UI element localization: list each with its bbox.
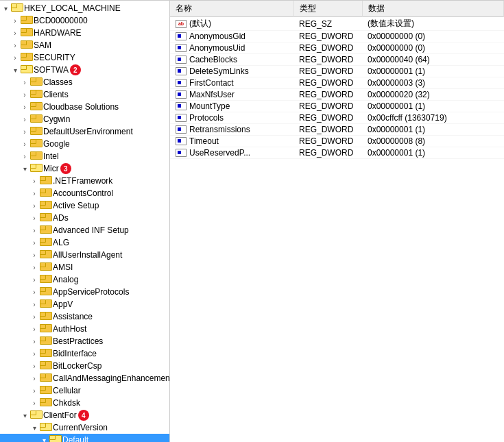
folder-icon bbox=[40, 373, 51, 384]
tree-item-software[interactable]: ▾SOFTWA2 bbox=[0, 64, 169, 76]
tree-item-cloudbase[interactable]: ›Cloudbase Solutions bbox=[0, 101, 169, 113]
tree-item-label: ClientFor bbox=[43, 410, 77, 420]
tree-item-bidinterface[interactable]: ›BidInterface bbox=[0, 347, 169, 360]
tree-item-accountscontrol[interactable]: ›AccountsControl bbox=[0, 187, 169, 199]
tree-item-callandmessaging[interactable]: ›CallAndMessagingEnhancement bbox=[0, 372, 169, 384]
tree-item-hardware[interactable]: ›HARDWARE bbox=[0, 27, 169, 39]
tree-item-assistance[interactable]: ›Assistance bbox=[0, 310, 169, 323]
cell-data: 0x00000000 (0) bbox=[362, 31, 504, 42]
reg-dword-icon bbox=[176, 44, 187, 52]
folder-icon bbox=[30, 90, 41, 100]
folder-icon bbox=[30, 164, 41, 174]
reg-dword-icon bbox=[176, 67, 187, 75]
tree-item-defaultuserenv[interactable]: ›DefaultUserEnvironment bbox=[0, 125, 169, 138]
tree-item-activesetup[interactable]: ›Active Setup bbox=[0, 199, 169, 212]
tree-item-label: Intel bbox=[43, 151, 59, 161]
table-row[interactable]: MaxNfsUserREG_DWORD0x00000020 (32) bbox=[170, 89, 504, 101]
tree-item-bcd[interactable]: ›BCD00000000 bbox=[0, 14, 169, 27]
table-row[interactable]: TimeoutREG_DWORD0x00000008 (8) bbox=[170, 136, 504, 147]
tree-item-authhost[interactable]: ›AuthHost bbox=[0, 323, 169, 335]
folder-icon bbox=[40, 312, 51, 322]
tree-item-bestpractices[interactable]: ›BestPractices bbox=[0, 335, 169, 347]
tree-item-ads[interactable]: ›ADs bbox=[0, 212, 169, 224]
folder-icon bbox=[30, 151, 41, 162]
tree-item-netframework[interactable]: ›.NETFramework bbox=[0, 175, 169, 187]
tree-item-clientformswd[interactable]: ▾ClientFor4 bbox=[0, 409, 169, 421]
tree-arrow: › bbox=[29, 264, 40, 271]
tree-item-amsi[interactable]: ›AMSI bbox=[0, 261, 169, 273]
tree-arrow: › bbox=[19, 79, 30, 86]
tree-arrow: › bbox=[29, 313, 40, 321]
table-row[interactable]: RetransmissionsREG_DWORD0x00000001 (1) bbox=[170, 124, 504, 136]
tree-item-cygwin[interactable]: ›Cygwin bbox=[0, 113, 169, 125]
cell-name: UseReservedP... bbox=[170, 147, 293, 159]
table-row[interactable]: UseReservedP...REG_DWORD0x00000001 (1) bbox=[170, 147, 504, 159]
tree-item-appserviceprotocols[interactable]: ›AppServiceProtocols bbox=[0, 286, 169, 298]
table-row[interactable]: AnonymousUidREG_DWORD0x00000000 (0) bbox=[170, 42, 504, 54]
table-row[interactable]: ProtocolsREG_DWORD0x00cffcff (13630719) bbox=[170, 112, 504, 124]
folder-icon bbox=[40, 349, 51, 359]
table-row[interactable]: MountTypeREG_DWORD0x00000001 (1) bbox=[170, 101, 504, 112]
tree-item-chkdsk[interactable]: ›Chkdsk bbox=[0, 397, 169, 409]
tree-item-bitlockercsp[interactable]: ›BitLockerCsp bbox=[0, 360, 169, 372]
tree-arrow: › bbox=[19, 116, 30, 123]
folder-icon bbox=[40, 275, 51, 285]
tree-arrow: › bbox=[19, 153, 30, 160]
tree-item-cellular[interactable]: ›Cellular bbox=[0, 384, 169, 397]
folder-icon bbox=[11, 3, 22, 14]
tree-item-currentversion[interactable]: ▾CurrentVersion bbox=[0, 421, 169, 434]
tree-item-analog[interactable]: ›Analog bbox=[0, 273, 169, 286]
tree-item-label: Micr bbox=[43, 164, 59, 173]
folder-icon bbox=[30, 114, 41, 125]
tree-item-default[interactable]: ▾Default bbox=[0, 434, 169, 442]
table-row[interactable]: CacheBlocksREG_DWORD0x00000040 (64) bbox=[170, 54, 504, 66]
registry-table: 名称 类型 数据 ab(默认)REG_SZ(数值未设置)AnonymousGid… bbox=[170, 1, 504, 159]
tree-item-appv[interactable]: ›AppV bbox=[0, 298, 169, 310]
tree-item-classes[interactable]: ›Classes bbox=[0, 76, 169, 88]
tree-item-intel[interactable]: ›Intel bbox=[0, 150, 169, 162]
tree-item-microsoft[interactable]: ▾Micr3 bbox=[0, 162, 169, 175]
tree-item-sam[interactable]: ›SAM bbox=[0, 39, 169, 51]
tree-item-clients[interactable]: ›Clients bbox=[0, 88, 169, 101]
tree-arrow: › bbox=[29, 326, 40, 333]
tree-item-label: Google bbox=[43, 139, 70, 149]
tree-item-alluserinstallagent[interactable]: ›AllUserInstallAgent bbox=[0, 249, 169, 261]
tree-arrow: › bbox=[29, 214, 40, 222]
reg-value-name: UseReservedP... bbox=[189, 148, 250, 158]
reg-value-name: (默认) bbox=[189, 18, 211, 29]
tree-item-security[interactable]: ›SECURITY bbox=[0, 51, 169, 64]
folder-icon bbox=[21, 40, 32, 51]
cell-name: MaxNfsUser bbox=[170, 89, 293, 101]
table-row[interactable]: ab(默认)REG_SZ(数值未设置) bbox=[170, 17, 504, 31]
tree-arrow: › bbox=[29, 276, 40, 284]
table-row[interactable]: AnonymousGidREG_DWORD0x00000000 (0) bbox=[170, 31, 504, 42]
cell-data: 0x00000020 (32) bbox=[362, 89, 504, 101]
reg-dword-icon bbox=[176, 32, 187, 40]
cell-type: REG_DWORD bbox=[293, 112, 362, 124]
tree-item-google[interactable]: ›Google bbox=[0, 138, 169, 150]
tree-arrow: › bbox=[29, 301, 40, 308]
tree-item-alg[interactable]: ›ALG bbox=[0, 236, 169, 249]
cell-data: 0x00cffcff (13630719) bbox=[362, 112, 504, 124]
folder-icon bbox=[40, 176, 51, 186]
tree-arrow: › bbox=[29, 363, 40, 370]
folder-icon bbox=[30, 102, 41, 112]
folder-icon bbox=[21, 53, 32, 63]
reg-value-name: AnonymousUid bbox=[189, 43, 245, 53]
tree-item-advancedinfsetup[interactable]: ›Advanced INF Setup bbox=[0, 224, 169, 236]
tree-panel[interactable]: ▾HKEY_LOCAL_MACHINE›BCD00000000›HARDWARE… bbox=[0, 1, 170, 442]
tree-item-label: ALG bbox=[53, 238, 69, 247]
cell-data: 0x00000001 (1) bbox=[362, 147, 504, 159]
folder-icon bbox=[30, 77, 41, 88]
table-row[interactable]: DeleteSymLinksREG_DWORD0x00000001 (1) bbox=[170, 66, 504, 77]
cell-name: DeleteSymLinks bbox=[170, 66, 293, 77]
tree-item-label: Active Setup bbox=[53, 201, 99, 210]
folder-icon bbox=[40, 225, 51, 236]
tree-item-label: BidInterface bbox=[53, 349, 97, 358]
tree-item-hklm[interactable]: ▾HKEY_LOCAL_MACHINE bbox=[0, 2, 169, 14]
tree-item-label: SECURITY bbox=[34, 53, 75, 62]
tree-item-label: Analog bbox=[53, 275, 78, 284]
table-row[interactable]: FirstContactREG_DWORD0x00000003 (3) bbox=[170, 77, 504, 89]
reg-value-name: Protocols bbox=[189, 113, 224, 123]
tree-item-label: BestPractices bbox=[53, 336, 103, 346]
